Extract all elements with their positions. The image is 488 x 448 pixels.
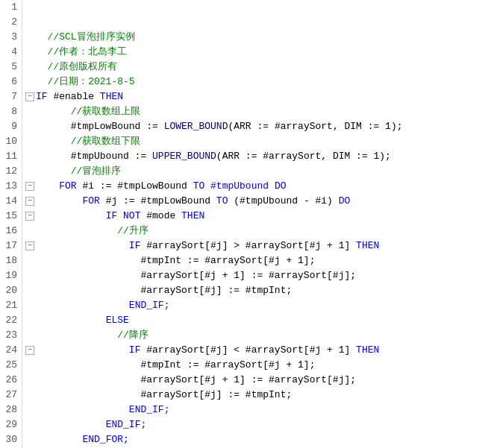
token-24-0: #arraySort[#j + 1] := #arraySort[#j]; [36,373,356,388]
line-number-19: 19 [4,268,17,283]
token-22-0 [36,343,129,358]
token-11-4: #tmpUbound [204,179,275,194]
line-number-13: 13 [4,179,17,194]
code-line-23: #tmpInt := #arraySort[#j + 1]; [25,358,485,373]
line-number-9: 9 [4,119,17,134]
code-editor: 1234567891011121314151617181920212223242… [0,0,488,448]
collapse-icon-13[interactable]: − [25,212,34,221]
token-8-0: //获取数组下限 [36,134,140,149]
token-12-3: TO [216,194,228,209]
token-12-1: FOR [82,194,99,209]
token-27-0 [36,417,106,432]
token-5-1: #enable [48,89,100,104]
token-7-1: LOWER_BOUND [164,119,228,134]
code-line-19: END_IF; [25,298,485,313]
token-12-4: (#tmpUbound - #i) [228,194,338,209]
code-line-12: − FOR #j := #tmpLowBound TO (#tmpUbound … [25,194,485,209]
token-7-2: (ARR := #arraySort, DIM := 1); [228,119,402,134]
token-15-3: THEN [356,239,379,253]
line-number-18: 18 [4,253,17,268]
code-line-5: −IF #enable THEN [25,89,485,104]
token-11-3: TO [193,179,205,194]
code-line-9: #tmpUbound := UPPER_BOUND(ARR := #arrayS… [25,149,485,164]
line-number-15: 15 [4,209,17,224]
code-line-15: − IF #arraySort[#j] > #arraySort[#j + 1]… [25,239,485,253]
token-12-2: #j := #tmpLowBound [100,194,216,209]
token-13-1: IF NOT [106,209,141,224]
token-11-1: FOR [59,179,76,194]
token-22-1: IF [129,343,141,358]
code-line-8: //获取数组下限 [25,134,485,149]
line-number-5: 5 [4,60,17,75]
line-number-26: 26 [4,373,17,388]
token-22-3: THEN [356,343,379,358]
line-number-4: 4 [4,45,17,60]
collapse-icon-15[interactable]: − [25,242,34,250]
line-number-24: 24 [4,343,17,358]
code-line-27: END_IF; [25,417,485,432]
code-line-13: − IF NOT #mode THEN [25,209,485,224]
code-line-4: //日期：2021-8-5 [25,75,485,89]
code-line-18: #arraySort[#j] := #tmpInt; [25,283,485,298]
collapse-icon-5[interactable]: − [25,92,34,101]
token-19-0 [36,298,129,313]
collapse-icon-22[interactable]: − [25,346,34,355]
token-20-0 [36,313,106,328]
token-13-3: THEN [181,209,204,224]
code-line-24: #arraySort[#j + 1] := #arraySort[#j]; [25,373,485,388]
token-27-1: END_IF; [106,417,147,432]
line-number-22: 22 [4,313,17,328]
line-number-7: 7 [4,89,17,104]
line-number-14: 14 [4,194,17,209]
line-number-16: 16 [4,224,17,239]
code-line-25: #arraySort[#j] := #tmpInt; [25,388,485,403]
code-line-7: #tmpLowBound := LOWER_BOUND(ARR := #arra… [25,119,485,134]
collapse-icon-11[interactable]: − [25,182,34,191]
token-13-2: #mode [140,209,181,224]
token-9-1: UPPER_BOUND [152,149,216,164]
token-10-0: //冒泡排序 [36,164,121,179]
line-number-17: 17 [4,239,17,253]
line-numbers: 1234567891011121314151617181920212223242… [0,0,22,448]
line-number-12: 12 [4,164,17,179]
line-number-6: 6 [4,75,17,89]
token-13-0 [36,209,106,224]
line-number-29: 29 [4,417,17,432]
token-2-0: //作者：北岛李工 [36,45,127,60]
token-26-0 [36,403,129,417]
line-number-23: 23 [4,328,17,343]
token-25-0: #arraySort[#j] := #tmpInt; [36,388,292,403]
code-area[interactable]: //SCL冒泡排序实例 //作者：北岛李工 //原创版权所有 //日期：2021… [22,0,488,448]
token-3-0: //原创版权所有 [36,60,117,75]
token-11-2: #i := #tmpLowBound [77,179,193,194]
code-line-11: − FOR #i := #tmpLowBound TO #tmpUbound D… [25,179,485,194]
code-line-6: //获取数组上限 [25,104,485,119]
collapse-icon-12[interactable]: − [25,197,34,206]
token-11-5: DO [275,179,287,194]
code-line-16: #tmpInt := #arraySort[#j + 1]; [25,253,485,268]
token-5-2: THEN [100,89,123,104]
token-11-0 [36,179,59,194]
line-number-8: 8 [4,104,17,119]
token-20-1: ELSE [106,313,129,328]
code-line-26: END_IF; [25,403,485,417]
token-15-1: IF [129,239,141,253]
line-number-2: 2 [4,15,17,30]
line-number-25: 25 [4,358,17,373]
line-number-11: 11 [4,149,17,164]
token-16-0: #tmpInt := #arraySort[#j + 1]; [36,253,315,268]
token-7-0: #tmpLowBound := [36,119,164,134]
token-17-0: #arraySort[#j + 1] := #arraySort[#j]; [36,268,356,283]
token-19-1: END_IF; [129,298,170,313]
code-line-3: //原创版权所有 [25,60,485,75]
token-28-0 [36,432,82,447]
code-line-14: //升序 [25,224,485,239]
code-line-10: //冒泡排序 [25,164,485,179]
token-28-1: END_FOR; [82,432,128,447]
code-line-2: //作者：北岛李工 [25,45,485,60]
line-number-21: 21 [4,298,17,313]
token-15-0 [36,239,129,253]
line-number-1: 1 [4,0,17,15]
line-number-30: 30 [4,432,17,447]
token-18-0: #arraySort[#j] := #tmpInt; [36,283,292,298]
